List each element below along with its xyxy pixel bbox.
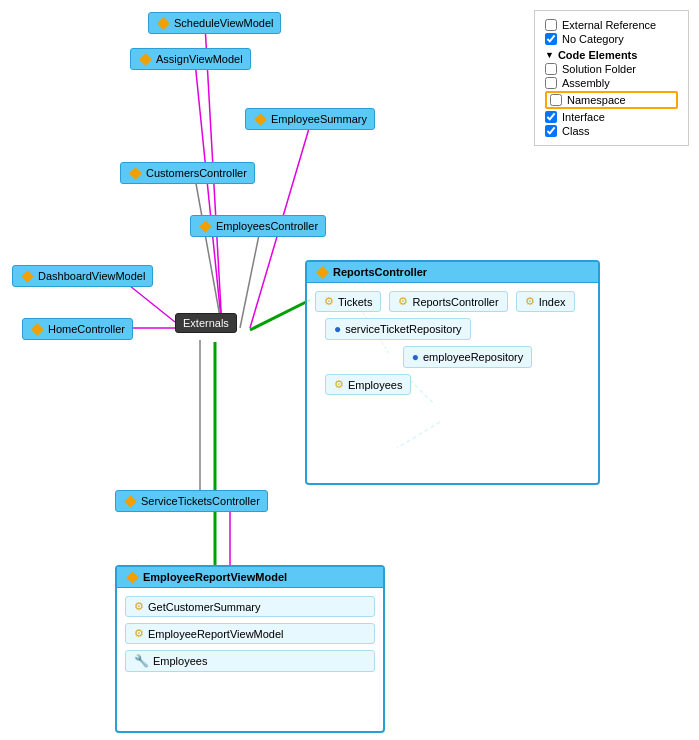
legend-external-ref-label: External Reference: [562, 19, 656, 31]
method-icon: ⚙: [525, 295, 535, 308]
node-service-tickets-controller[interactable]: ServiceTicketsController: [115, 490, 268, 512]
node-label: ScheduleViewModel: [174, 17, 273, 29]
legend-panel: External Reference No Category ▼ Code El…: [534, 10, 689, 146]
legend-code-elements-label: Code Elements: [558, 49, 637, 61]
container-title-reports: ReportsController: [307, 262, 598, 283]
node-label: HomeController: [48, 323, 125, 335]
inner-index[interactable]: ⚙ Index: [516, 291, 575, 312]
legend-external-ref-checkbox[interactable]: [545, 19, 557, 31]
container-title-employee-report: EmployeeReportViewModel: [117, 567, 383, 588]
inner-reports-controller[interactable]: ⚙ ReportsController: [389, 291, 507, 312]
class-icon: [138, 52, 152, 66]
node-label: EmployeeSummary: [271, 113, 367, 125]
inner-employee-repo[interactable]: ● employeeRepository: [403, 346, 533, 368]
method-icon: ⚙: [134, 627, 144, 640]
container-employee-report-view-model[interactable]: EmployeeReportViewModel ⚙ GetCustomerSum…: [115, 565, 385, 733]
collapse-icon[interactable]: ▼: [545, 50, 554, 60]
reports-content: ⚙ Tickets ⚙ ReportsController ⚙ Index ● …: [307, 283, 598, 403]
legend-no-category-label: No Category: [562, 33, 624, 45]
class-icon: [156, 16, 170, 30]
method-icon: ⚙: [134, 600, 144, 613]
legend-external-ref[interactable]: External Reference: [545, 19, 678, 31]
class-icon: [128, 166, 142, 180]
node-label: CustomersController: [146, 167, 247, 179]
legend-interface-label: Interface: [562, 111, 605, 123]
class-icon: [315, 265, 329, 279]
class-icon: [123, 494, 137, 508]
node-employees-controller[interactable]: EmployeesController: [190, 215, 326, 237]
legend-class-checkbox[interactable]: [545, 125, 557, 137]
diagram-canvas: ScheduleViewModel AssignViewModel Employ…: [0, 0, 699, 740]
legend-namespace[interactable]: Namespace: [545, 91, 678, 109]
legend-assembly[interactable]: Assembly: [545, 77, 678, 89]
container-reports-controller[interactable]: ReportsController ⚙ Tickets ⚙ ReportsCon…: [305, 260, 600, 485]
node-label: ServiceTicketsController: [141, 495, 260, 507]
inner-get-customer-summary[interactable]: ⚙ GetCustomerSummary: [125, 596, 375, 617]
reports-top-row: ⚙ Tickets ⚙ ReportsController ⚙ Index: [315, 291, 590, 312]
node-employee-summary[interactable]: EmployeeSummary: [245, 108, 375, 130]
class-icon: [30, 322, 44, 336]
class-icon: [198, 219, 212, 233]
method-icon: ⚙: [398, 295, 408, 308]
node-label: EmployeesController: [216, 220, 318, 232]
inner-employees-ervm[interactable]: 🔧 Employees: [125, 650, 375, 672]
legend-namespace-checkbox[interactable]: [550, 94, 562, 106]
class-icon: [20, 269, 34, 283]
legend-class[interactable]: Class: [545, 125, 678, 137]
field-icon: ●: [334, 322, 341, 336]
legend-solution-folder-label: Solution Folder: [562, 63, 636, 75]
legend-solution-folder-checkbox[interactable]: [545, 63, 557, 75]
legend-class-label: Class: [562, 125, 590, 137]
legend-no-category[interactable]: No Category: [545, 33, 678, 45]
class-icon: [253, 112, 267, 126]
node-home-controller[interactable]: HomeController: [22, 318, 133, 340]
inner-employees[interactable]: ⚙ Employees: [325, 374, 411, 395]
legend-interface[interactable]: Interface: [545, 111, 678, 123]
node-dashboard-view-model[interactable]: DashboardViewModel: [12, 265, 153, 287]
legend-interface-checkbox[interactable]: [545, 111, 557, 123]
node-assign-view-model[interactable]: AssignViewModel: [130, 48, 251, 70]
node-label: Externals: [183, 317, 229, 329]
node-externals[interactable]: Externals: [175, 313, 237, 333]
node-schedule-view-model[interactable]: ScheduleViewModel: [148, 12, 281, 34]
method-icon: ⚙: [334, 378, 344, 391]
inner-tickets[interactable]: ⚙ Tickets: [315, 291, 381, 312]
field-icon: ●: [412, 350, 419, 364]
node-customers-controller[interactable]: CustomersController: [120, 162, 255, 184]
method-icon: ⚙: [324, 295, 334, 308]
legend-assembly-label: Assembly: [562, 77, 610, 89]
node-label: DashboardViewModel: [38, 270, 145, 282]
inner-employee-report-view-model[interactable]: ⚙ EmployeeReportViewModel: [125, 623, 375, 644]
inner-service-ticket-repo[interactable]: ● serviceTicketRepository: [325, 318, 471, 340]
spanner-icon: 🔧: [134, 654, 149, 668]
legend-namespace-label: Namespace: [567, 94, 626, 106]
class-icon: [125, 570, 139, 584]
node-label: AssignViewModel: [156, 53, 243, 65]
employee-report-content: ⚙ GetCustomerSummary ⚙ EmployeeReportVie…: [117, 588, 383, 680]
legend-assembly-checkbox[interactable]: [545, 77, 557, 89]
legend-solution-folder[interactable]: Solution Folder: [545, 63, 678, 75]
legend-no-category-checkbox[interactable]: [545, 33, 557, 45]
legend-code-elements-section: ▼ Code Elements: [545, 49, 678, 61]
